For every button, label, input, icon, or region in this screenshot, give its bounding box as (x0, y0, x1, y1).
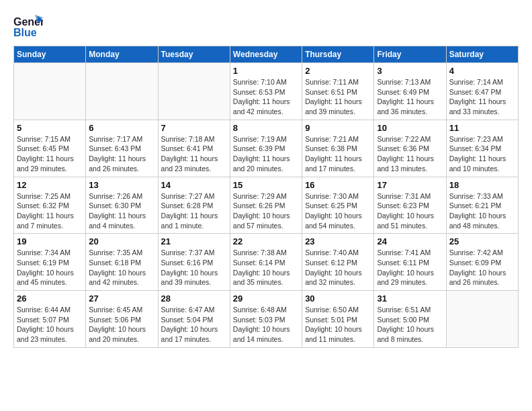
day-number: 29 (233, 293, 299, 304)
calendar-cell: 28Sunrise: 6:47 AM Sunset: 5:04 PM Dayli… (158, 291, 230, 348)
day-number: 18 (449, 180, 515, 190)
calendar-week-row: 19Sunrise: 7:34 AM Sunset: 6:19 PM Dayli… (14, 234, 519, 291)
day-number: 28 (161, 293, 227, 304)
weekday-header: Tuesday (158, 46, 230, 63)
weekday-header: Thursday (302, 46, 374, 63)
day-number: 19 (17, 236, 83, 246)
day-number: 22 (233, 236, 299, 246)
day-info: Sunrise: 6:44 AM Sunset: 5:07 PM Dayligh… (17, 305, 83, 345)
calendar-cell: 3Sunrise: 7:13 AM Sunset: 6:49 PM Daylig… (374, 63, 446, 120)
calendar-cell: 13Sunrise: 7:26 AM Sunset: 6:30 PM Dayli… (86, 177, 158, 234)
day-number: 31 (377, 293, 443, 304)
calendar-cell (446, 291, 518, 348)
calendar-cell: 19Sunrise: 7:34 AM Sunset: 6:19 PM Dayli… (14, 234, 86, 291)
calendar-cell: 4Sunrise: 7:14 AM Sunset: 6:47 PM Daylig… (446, 63, 518, 120)
day-number: 11 (449, 123, 515, 133)
calendar-cell: 26Sunrise: 6:44 AM Sunset: 5:07 PM Dayli… (14, 291, 86, 348)
day-number: 26 (17, 293, 83, 304)
day-info: Sunrise: 6:51 AM Sunset: 5:00 PM Dayligh… (377, 305, 443, 345)
day-number: 7 (161, 123, 227, 133)
day-info: Sunrise: 7:25 AM Sunset: 6:32 PM Dayligh… (17, 191, 83, 231)
weekday-header: Saturday (446, 46, 518, 63)
calendar-cell: 7Sunrise: 7:18 AM Sunset: 6:41 PM Daylig… (158, 120, 230, 177)
calendar-cell: 15Sunrise: 7:29 AM Sunset: 6:26 PM Dayli… (230, 177, 302, 234)
calendar-cell (158, 63, 230, 120)
weekday-header: Wednesday (230, 46, 302, 63)
day-info: Sunrise: 7:13 AM Sunset: 6:49 PM Dayligh… (377, 77, 443, 117)
day-number: 15 (233, 180, 299, 190)
calendar-cell: 21Sunrise: 7:37 AM Sunset: 6:16 PM Dayli… (158, 234, 230, 291)
calendar-cell (14, 63, 86, 120)
calendar-cell: 12Sunrise: 7:25 AM Sunset: 6:32 PM Dayli… (14, 177, 86, 234)
day-info: Sunrise: 7:10 AM Sunset: 6:53 PM Dayligh… (233, 77, 299, 117)
day-info: Sunrise: 7:42 AM Sunset: 6:09 PM Dayligh… (449, 248, 515, 287)
calendar-cell: 29Sunrise: 6:48 AM Sunset: 5:03 PM Dayli… (230, 291, 302, 348)
calendar-cell: 11Sunrise: 7:23 AM Sunset: 6:34 PM Dayli… (446, 120, 518, 177)
day-info: Sunrise: 7:31 AM Sunset: 6:23 PM Dayligh… (377, 191, 443, 231)
day-number: 5 (17, 123, 83, 133)
day-info: Sunrise: 7:29 AM Sunset: 6:26 PM Dayligh… (233, 191, 299, 231)
day-info: Sunrise: 7:35 AM Sunset: 6:18 PM Dayligh… (89, 248, 154, 287)
day-info: Sunrise: 7:41 AM Sunset: 6:11 PM Dayligh… (377, 248, 443, 287)
day-number: 16 (305, 180, 371, 190)
day-info: Sunrise: 7:33 AM Sunset: 6:21 PM Dayligh… (449, 191, 515, 231)
day-info: Sunrise: 7:38 AM Sunset: 6:14 PM Dayligh… (233, 248, 299, 287)
calendar-cell: 17Sunrise: 7:31 AM Sunset: 6:23 PM Dayli… (374, 177, 446, 234)
calendar-cell: 2Sunrise: 7:11 AM Sunset: 6:51 PM Daylig… (302, 63, 374, 120)
day-info: Sunrise: 6:48 AM Sunset: 5:03 PM Dayligh… (233, 305, 299, 345)
day-info: Sunrise: 7:27 AM Sunset: 6:28 PM Dayligh… (161, 191, 227, 231)
day-info: Sunrise: 7:23 AM Sunset: 6:34 PM Dayligh… (449, 134, 515, 174)
day-info: Sunrise: 7:37 AM Sunset: 6:16 PM Dayligh… (161, 248, 227, 287)
day-number: 13 (89, 180, 154, 190)
day-info: Sunrise: 7:15 AM Sunset: 6:45 PM Dayligh… (17, 134, 83, 174)
calendar-cell: 22Sunrise: 7:38 AM Sunset: 6:14 PM Dayli… (230, 234, 302, 291)
calendar-cell: 24Sunrise: 7:41 AM Sunset: 6:11 PM Dayli… (374, 234, 446, 291)
day-number: 3 (377, 66, 443, 76)
calendar-cell: 5Sunrise: 7:15 AM Sunset: 6:45 PM Daylig… (14, 120, 86, 177)
calendar-cell: 30Sunrise: 6:50 AM Sunset: 5:01 PM Dayli… (302, 291, 374, 348)
calendar-week-row: 1Sunrise: 7:10 AM Sunset: 6:53 PM Daylig… (14, 63, 519, 120)
calendar-cell: 31Sunrise: 6:51 AM Sunset: 5:00 PM Dayli… (374, 291, 446, 348)
calendar-cell: 25Sunrise: 7:42 AM Sunset: 6:09 PM Dayli… (446, 234, 518, 291)
day-number: 14 (161, 180, 227, 190)
day-number: 8 (233, 123, 299, 133)
day-info: Sunrise: 7:40 AM Sunset: 6:12 PM Dayligh… (305, 248, 371, 287)
day-info: Sunrise: 7:34 AM Sunset: 6:19 PM Dayligh… (17, 248, 83, 287)
day-number: 27 (89, 293, 154, 304)
day-number: 1 (233, 66, 299, 76)
day-number: 4 (449, 66, 515, 76)
calendar-cell: 8Sunrise: 7:19 AM Sunset: 6:39 PM Daylig… (230, 120, 302, 177)
day-info: Sunrise: 7:19 AM Sunset: 6:39 PM Dayligh… (233, 134, 299, 174)
day-number: 9 (305, 123, 371, 133)
day-number: 23 (305, 236, 371, 246)
day-number: 20 (89, 236, 154, 246)
day-number: 25 (449, 236, 515, 246)
logo: General Blue (13, 13, 43, 39)
day-number: 17 (377, 180, 443, 190)
day-info: Sunrise: 7:22 AM Sunset: 6:36 PM Dayligh… (377, 134, 443, 174)
calendar-week-row: 12Sunrise: 7:25 AM Sunset: 6:32 PM Dayli… (14, 177, 519, 234)
calendar-cell: 23Sunrise: 7:40 AM Sunset: 6:12 PM Dayli… (302, 234, 374, 291)
calendar-cell: 27Sunrise: 6:45 AM Sunset: 5:06 PM Dayli… (86, 291, 158, 348)
day-number: 24 (377, 236, 443, 246)
day-info: Sunrise: 7:26 AM Sunset: 6:30 PM Dayligh… (89, 191, 154, 231)
calendar-cell: 16Sunrise: 7:30 AM Sunset: 6:25 PM Dayli… (302, 177, 374, 234)
calendar-cell: 10Sunrise: 7:22 AM Sunset: 6:36 PM Dayli… (374, 120, 446, 177)
calendar-cell: 18Sunrise: 7:33 AM Sunset: 6:21 PM Dayli… (446, 177, 518, 234)
calendar-week-row: 26Sunrise: 6:44 AM Sunset: 5:07 PM Dayli… (14, 291, 519, 348)
calendar-cell: 9Sunrise: 7:21 AM Sunset: 6:38 PM Daylig… (302, 120, 374, 177)
weekday-header: Friday (374, 46, 446, 63)
day-info: Sunrise: 7:11 AM Sunset: 6:51 PM Dayligh… (305, 77, 371, 117)
page-header: General Blue (13, 13, 519, 39)
day-info: Sunrise: 6:47 AM Sunset: 5:04 PM Dayligh… (161, 305, 227, 345)
calendar-cell: 6Sunrise: 7:17 AM Sunset: 6:43 PM Daylig… (86, 120, 158, 177)
calendar-cell (86, 63, 158, 120)
calendar-cell: 14Sunrise: 7:27 AM Sunset: 6:28 PM Dayli… (158, 177, 230, 234)
calendar-table: SundayMondayTuesdayWednesdayThursdayFrid… (13, 46, 519, 348)
day-info: Sunrise: 6:45 AM Sunset: 5:06 PM Dayligh… (89, 305, 154, 345)
day-info: Sunrise: 6:50 AM Sunset: 5:01 PM Dayligh… (305, 305, 371, 345)
day-number: 12 (17, 180, 83, 190)
day-number: 10 (377, 123, 443, 133)
calendar-week-row: 5Sunrise: 7:15 AM Sunset: 6:45 PM Daylig… (14, 120, 519, 177)
calendar-cell: 20Sunrise: 7:35 AM Sunset: 6:18 PM Dayli… (86, 234, 158, 291)
